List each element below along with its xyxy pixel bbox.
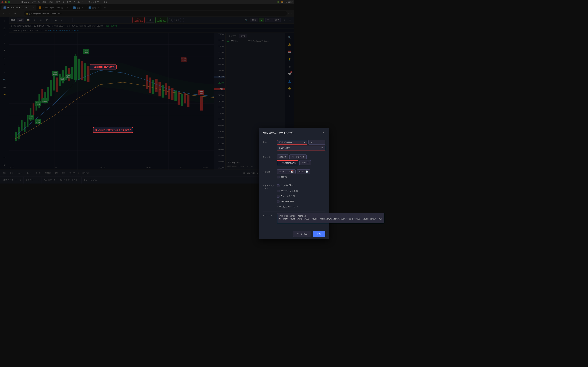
short-entry-select[interactable]: Short Entry ▼ <box>277 146 294 150</box>
date-picker[interactable]: 2019-11-22 📅 <box>277 169 294 174</box>
condition-controls: [TVExtBot]Halv... ▼ ▼ Short Entry ▼ <box>277 140 294 150</box>
condition-top-row: [TVExtBot]Halv... ▼ ▼ <box>277 140 294 144</box>
condition-row: 条件 [TVExtBot]Halv... ▼ ▼ Short Entry ▼ <box>263 140 294 150</box>
indefinite-label: 無期限 <box>281 176 287 179</box>
calendar-icon: 📅 <box>291 170 294 173</box>
action-notify-row: アプリに通知 <box>277 183 294 184</box>
condition-indicator-value: [TVExtBot]Halv... <box>279 141 294 143</box>
option-per-bar[interactable]: バーにつき1回 <box>289 154 294 159</box>
option-chips-row1: 1回限り バーにつき1回 <box>277 154 294 159</box>
modal-title: XBT, 15分のアラートを作成 <box>263 131 293 134</box>
actions-label: アラートアクション <box>263 183 275 184</box>
expiry-controls: 2019-11-22 📅 11:27 🕐 無期限 <box>277 169 294 179</box>
options-controls: 1回限り バーにつき1回 バーの終値毎に1回 毎分1回 <box>277 154 294 165</box>
indefinite-checkbox[interactable] <box>277 176 279 178</box>
options-row: オプション 1回限り バーにつき1回 バーの終値毎に1回 毎分1回 <box>263 154 294 165</box>
date-time-row: 2019-11-22 📅 11:27 🕐 <box>277 169 294 174</box>
section-divider-3 <box>263 182 294 182</box>
alert-actions-row: アラートアクション アプリに通知 ポップアップ表示 Eメールを送付 <box>263 183 294 184</box>
indefinite-row: 無期限 <box>277 175 294 179</box>
modal-overlay: [TVExtBot]Halv4を選択 売り注文メッセージをコピー＆貼付け XBT… <box>0 0 294 184</box>
expiry-row: 有効期限 2019-11-22 📅 11:27 🕐 <box>263 169 294 179</box>
options-label: オプション <box>263 154 275 158</box>
section-divider-1 <box>263 153 294 153</box>
section-divider-2 <box>263 168 294 168</box>
actions-controls: アプリに通知 ポップアップ表示 Eメールを送付 Webhook URL <box>277 183 294 184</box>
option-once[interactable]: 1回限り <box>277 154 288 159</box>
expiry-label: 有効期限 <box>263 169 275 173</box>
condition-indicator-select[interactable]: [TVExtBot]Halv... ▼ <box>277 140 294 144</box>
condition-label: 条件 <box>263 140 275 144</box>
annotation-condition: [TVExtBot]Halv4を選択 <box>90 64 117 70</box>
modal-header: XBT, 15分のアラートを作成 × <box>259 128 294 137</box>
short-entry-value: Short Entry <box>279 147 290 149</box>
modal-body: 条件 [TVExtBot]Halv... ▼ ▼ Short Entry ▼ <box>259 137 294 184</box>
date-value: 2019-11-22 <box>279 170 290 173</box>
alert-create-modal: XBT, 15分のアラートを作成 × 条件 [TVExtBot]Halv... … <box>259 128 294 184</box>
option-chips-row2: バーの終値毎に1回 毎分1回 <box>277 160 294 165</box>
annotation-message: 売り注文メッセージをコピー＆貼付け <box>93 127 133 133</box>
option-per-bar-close[interactable]: バーの終値毎に1回 <box>277 160 294 165</box>
